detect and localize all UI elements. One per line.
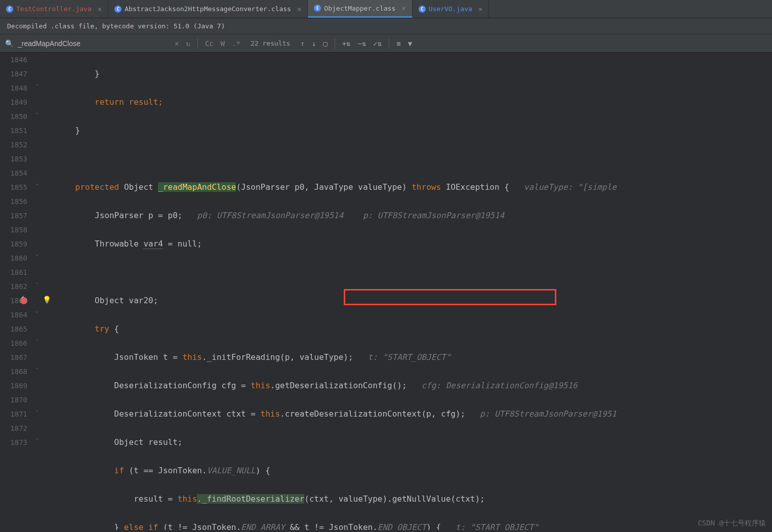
select-all-icon[interactable]: ▢ bbox=[323, 39, 327, 48]
code-text: ._initForReading(p, valueType); bbox=[202, 352, 353, 362]
breakpoint-icon[interactable] bbox=[20, 297, 27, 304]
code-text: throws bbox=[412, 182, 441, 192]
code-text: _readMapAndClose bbox=[158, 182, 236, 192]
lightbulb-icon[interactable]: 💡 bbox=[43, 296, 51, 304]
close-icon[interactable]: × bbox=[297, 5, 301, 13]
regex-button[interactable]: .* bbox=[232, 39, 240, 48]
clear-icon[interactable]: × bbox=[175, 39, 179, 48]
code-text: .getDeserializationConfig(); bbox=[270, 381, 407, 390]
editor[interactable]: 18461847184818491850 1851185218531854185… bbox=[0, 53, 772, 530]
filter-icon[interactable]: ▼ bbox=[408, 39, 412, 48]
class-icon: C bbox=[6, 6, 13, 13]
code-text: END_OBJECT bbox=[378, 522, 426, 530]
class-icon: C bbox=[114, 6, 121, 13]
words-button[interactable]: W bbox=[221, 39, 225, 48]
tab-label: UserVO.java bbox=[429, 5, 472, 13]
tab-uservo[interactable]: C UserVO.java × bbox=[413, 0, 490, 18]
code-text: this bbox=[178, 494, 197, 504]
code-text: this bbox=[182, 352, 202, 362]
inline-hint: p0: UTF8StreamJsonParser@19514 p: UTF8St… bbox=[197, 211, 504, 220]
close-icon[interactable]: × bbox=[98, 5, 102, 13]
inline-hint: p: UTF8StreamJsonParser@1951 bbox=[480, 409, 617, 419]
line-gutter: 18461847184818491850 1851185218531854185… bbox=[0, 53, 31, 530]
code-text: return result; bbox=[95, 97, 163, 107]
remove-selection-icon[interactable]: −⇅ bbox=[357, 39, 366, 48]
code-text: result = bbox=[134, 494, 178, 504]
close-icon[interactable]: × bbox=[478, 5, 482, 13]
divider bbox=[335, 38, 335, 49]
next-match-icon[interactable]: ↓ bbox=[312, 39, 316, 48]
code-text: (JsonParser p0, JavaType valueType) bbox=[236, 182, 407, 192]
inline-hint: cfg: DeserializationConfig@19516 bbox=[421, 381, 577, 390]
code-text: } bbox=[114, 522, 124, 530]
close-icon[interactable]: × bbox=[401, 4, 405, 12]
code-text: = null; bbox=[163, 239, 202, 249]
code-text: else if bbox=[124, 522, 158, 530]
inline-hint: valueType: "[simple bbox=[524, 182, 617, 192]
settings-icon[interactable]: ≡ bbox=[396, 39, 400, 48]
history-icon[interactable]: ↻ bbox=[186, 39, 190, 48]
code-area[interactable]: } return result; } protected Object _rea… bbox=[56, 53, 772, 530]
code-text: IOException { bbox=[446, 182, 509, 192]
code-text: protected bbox=[75, 182, 119, 192]
divider bbox=[197, 38, 198, 49]
search-input[interactable] bbox=[18, 39, 170, 48]
find-bar: 🔍 × ↻ Cc W .* 22 results ↑ ↓ ▢ +⇅ −⇅ ✓⇅ … bbox=[0, 34, 772, 53]
code-text: this bbox=[261, 409, 280, 419]
fold-gutter: ⌵ ⌄ ⌄ ⌄ ⌵ 💡 ⌄ ⌵ ⌵ ⌵ ⌵ bbox=[31, 53, 56, 530]
code-text: (t == JsonToken. bbox=[124, 466, 207, 475]
code-text: VALUE_NULL bbox=[207, 466, 256, 475]
code-text: Object result; bbox=[114, 437, 183, 447]
divider bbox=[389, 38, 389, 49]
inline-hint: t: "START_OBJECT" bbox=[368, 352, 451, 362]
code-text: (t != JsonToken. bbox=[158, 522, 241, 530]
tab-objectmapper[interactable]: C ObjectMapper.class × bbox=[308, 0, 412, 18]
code-text: .createDeserializationContext(p, cfg); bbox=[280, 409, 465, 419]
code-text: (ctxt, valueType).getNullValue(ctxt); bbox=[304, 494, 484, 504]
tabs-bar: C TestController.java × C AbstractJackso… bbox=[0, 0, 772, 18]
class-icon: C bbox=[314, 5, 321, 12]
results-count: 22 results bbox=[251, 39, 290, 47]
search-icon: 🔍 bbox=[5, 39, 14, 48]
code-text: Object var20; bbox=[95, 296, 158, 305]
select-occurrences-icon[interactable]: ✓⇅ bbox=[373, 39, 382, 48]
watermark: CSDN @十七号程序猿 bbox=[698, 519, 766, 528]
code-text: JsonParser p = p0; bbox=[95, 211, 182, 220]
code-text: JsonToken t = bbox=[114, 352, 183, 362]
tab-label: AbstractJackson2HttpMessageConverter.cla… bbox=[125, 5, 291, 13]
code-text: END_ARRAY bbox=[241, 522, 285, 530]
code-text: && t != JsonToken. bbox=[285, 522, 378, 530]
code-text: Throwable bbox=[95, 239, 143, 249]
code-text: DeserializationContext ctxt = bbox=[114, 409, 261, 419]
match-case-button[interactable]: Cc bbox=[205, 39, 214, 48]
tab-label: TestController.java bbox=[16, 5, 92, 13]
code-text: this bbox=[251, 381, 270, 390]
code-text: if bbox=[114, 466, 124, 475]
decompile-notice: Decompiled .class file, bytecode version… bbox=[0, 18, 772, 34]
code-text: var4 bbox=[143, 239, 163, 249]
inline-hint: t: "START_OBJECT" bbox=[456, 522, 539, 530]
code-text: DeserializationConfig cfg = bbox=[114, 381, 251, 390]
add-selection-icon[interactable]: +⇅ bbox=[342, 39, 351, 48]
tab-label: ObjectMapper.class bbox=[324, 5, 395, 12]
code-text: Object bbox=[124, 182, 153, 192]
class-icon: C bbox=[419, 6, 426, 13]
code-text: ._findRootDeserializer bbox=[197, 494, 304, 504]
tab-abstractjackson[interactable]: C AbstractJackson2HttpMessageConverter.c… bbox=[108, 0, 308, 18]
prev-match-icon[interactable]: ↑ bbox=[300, 39, 304, 48]
tab-testcontroller[interactable]: C TestController.java × bbox=[0, 0, 108, 18]
code-text: ) { bbox=[426, 522, 441, 530]
code-text: ) { bbox=[256, 466, 270, 475]
